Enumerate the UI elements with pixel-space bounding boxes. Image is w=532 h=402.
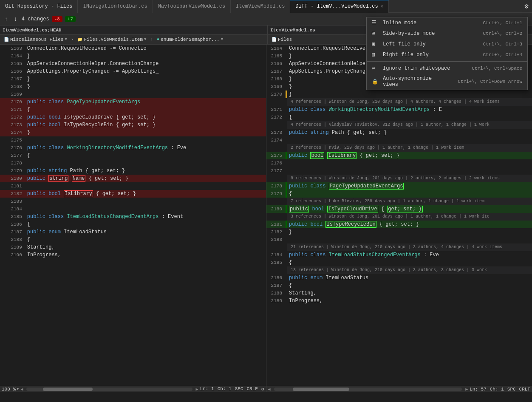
table-row: 2164 }	[0, 52, 266, 60]
right-file-shortcut: Ctrl+\, Ctrl+4	[483, 52, 522, 57]
table-row: 2181	[0, 182, 266, 190]
tab-navtoolbar[interactable]: NavToolbarViewModel.cs	[153, 0, 231, 13]
right-filename: ItemViewModel.cs	[270, 28, 315, 33]
left-hscrollbar-thumb[interactable]	[43, 388, 93, 391]
left-scroll-right-btn[interactable]: ▶	[196, 387, 198, 392]
tab-git-files-label: Git Repository - Files	[5, 3, 72, 9]
table-row: 2188 {	[0, 236, 266, 243]
breadcrumb-files[interactable]: 📄 Files	[269, 37, 294, 42]
right-file-label: Right file only	[383, 52, 475, 58]
right-scroll-right-btn[interactable]: ▶	[465, 387, 468, 392]
breadcrumb-misc-label: Miscellaneous Files	[10, 37, 63, 42]
table-row: 2184	[0, 205, 266, 213]
breadcrumb-files-label: Files	[278, 37, 292, 42]
main-content: 2163 Connection.RequestReceived -= Conne…	[0, 45, 532, 392]
table-row: 2176	[266, 159, 532, 167]
breadcrumb-viewmodels[interactable]: 📁 Files.ViewModels.Item ▼	[75, 37, 148, 42]
right-hscrollbar[interactable]	[274, 388, 462, 391]
enum-icon: ●	[157, 37, 159, 42]
left-code-scroll[interactable]: 2163 Connection.RequestReceived -= Conne…	[0, 45, 266, 386]
table-row: 2174	[266, 136, 532, 144]
scroll-up-button[interactable]: ↑	[3, 15, 9, 23]
table-row: 2174 }	[0, 129, 266, 136]
menu-side-by-side[interactable]: ⊞ Side-by-side mode Ctrl+\, Ctrl+2	[367, 28, 527, 39]
table-row: 2186 public enum ItemLoadStatus	[266, 274, 532, 282]
table-row: 2184 public class ItemLoadStatusChangedE…	[266, 251, 532, 259]
table-row: 2181 public bool IsTypeRecycleBin { get;…	[266, 221, 532, 228]
files-icon: 📄	[272, 37, 277, 42]
table-row: 2180 public bool IsTypeCloudDrive { get;…	[266, 205, 532, 213]
left-ln: Ln: 1	[200, 386, 214, 392]
table-row: 2182 public bool IsLibrary { get; set; }	[0, 190, 266, 198]
ignore-whitespace-label: Ignore trim whitespace	[383, 65, 463, 71]
menu-auto-sync[interactable]: 🔒 Auto-synchronize views Ctrl+\, Ctrl+Do…	[367, 74, 527, 90]
left-filename: ItemViewModel.cs;HEAD	[3, 28, 62, 33]
table-row: 2190 InProgress,	[0, 251, 266, 259]
right-line-ending: CRLF	[519, 387, 530, 392]
menu-inline-mode[interactable]: ☰ Inline mode Ctrl+\, Ctrl+1	[367, 17, 527, 28]
side-by-side-shortcut: Ctrl+\, Ctrl+2	[483, 31, 522, 36]
left-hscrollbar[interactable]	[26, 388, 192, 391]
deleted-badge: -8	[52, 16, 62, 22]
inline-mode-icon: ☰	[372, 20, 379, 26]
breadcrumb-enum[interactable]: ● enumFolderSemaphor... ▼	[155, 37, 225, 42]
menu-right-file[interactable]: ▤ Right file only Ctrl+\, Ctrl+4	[367, 49, 527, 60]
breadcrumb-enum-dropdown[interactable]: ▼	[221, 37, 223, 42]
left-settings-icon[interactable]: ⚙	[261, 386, 264, 392]
table-row: 2177	[266, 167, 532, 175]
table-row: 2189 InProgress,	[266, 297, 532, 305]
menu-ignore-whitespace[interactable]: ⇌ Ignore trim whitespace Ctrl+\, Ctrl+Sp…	[367, 63, 527, 74]
tab-git-files[interactable]: Git Repository - Files	[0, 0, 78, 13]
left-file-info: ItemViewModel.cs;HEAD	[0, 25, 267, 35]
breadcrumb-dropdown-icon[interactable]: ▼	[65, 37, 67, 42]
right-hscrollbar-thumb[interactable]	[293, 388, 349, 391]
table-row: 2177 {	[0, 152, 266, 159]
table-row: 2175 public bool IsLibrary { get; set; }	[266, 152, 532, 159]
scroll-down-button[interactable]: ↓	[12, 15, 19, 23]
left-scroll-left-btn[interactable]: ◀	[20, 387, 23, 392]
left-bottom-bar: 100 % ▼ ◀ ▶ Ln: 1 Ch: 1 SPC CRLF ⚙	[0, 386, 266, 392]
table-row: 2163 Connection.RequestReceived -= Conne…	[0, 45, 266, 52]
table-row: 2168 }	[0, 83, 266, 91]
table-row: 2185 {	[266, 259, 532, 266]
inline-mode-label: Inline mode	[383, 20, 475, 26]
table-row: 2179 public string Path { get; set; }	[0, 167, 266, 175]
tab-inavigation-label: INavigationToolbar.cs	[83, 3, 147, 9]
breadcrumb-vm-dropdown[interactable]: ▼	[144, 37, 146, 42]
right-scroll-left-btn[interactable]: ◀	[268, 387, 271, 392]
right-encoding: SPC	[507, 387, 516, 392]
settings-icon[interactable]: ⚙	[521, 0, 532, 13]
table-row: 2175	[0, 136, 266, 144]
breadcrumb-enum-label: enumFolderSemaphor...	[161, 37, 220, 42]
breadcrumb-misc-files[interactable]: 📄 Miscellaneous Files ▼	[2, 37, 69, 42]
table-row: 2183	[0, 198, 266, 205]
left-ln-ch: Ln: 1 Ch: 1 SPC CRLF ⚙	[200, 386, 264, 392]
left-hscroll[interactable]: ◀ ▶	[20, 387, 198, 392]
table-row: 2178	[0, 159, 266, 167]
table-row: 2172 public bool IsTypeCloudDrive { get;…	[0, 113, 266, 121]
left-breadcrumb: 📄 Miscellaneous Files ▼ › 📁 Files.ViewMo…	[0, 35, 267, 44]
inline-mode-shortcut: Ctrl+\, Ctrl+1	[483, 20, 522, 25]
right-code-scroll[interactable]: 2164 Connection.RequestReceived -= Conne…	[266, 45, 532, 386]
table-row: 2166 AppSettings.PropertyChanged -= AppS…	[0, 68, 266, 75]
changes-label: 4 changes	[22, 16, 49, 22]
tab-itemview[interactable]: ItemViewModel.cs	[231, 0, 290, 13]
breadcrumb-viewmodels-label: Files.ViewModels.Item	[84, 37, 143, 42]
right-hscroll[interactable]: ◀ ▶	[268, 387, 468, 392]
tab-bar: Git Repository - Files INavigationToolba…	[0, 0, 532, 13]
table-row: 2183	[266, 236, 532, 243]
menu-left-file[interactable]: ▣ Left file only Ctrl+\, Ctrl+3	[367, 39, 527, 49]
table-row: 2170 }	[266, 91, 532, 98]
tab-close-icon[interactable]: ✕	[381, 4, 383, 9]
left-file-shortcut: Ctrl+\, Ctrl+3	[483, 42, 522, 47]
zoom-dropdown[interactable]: ▼	[17, 387, 19, 391]
breadcrumb-sep1: ›	[71, 37, 74, 42]
ignore-whitespace-shortcut: Ctrl+\, Ctrl+Space	[472, 66, 522, 71]
left-file-label: Left file only	[383, 41, 475, 47]
left-encoding: SPC	[235, 386, 243, 392]
table-row: 7 references | Luke Blevins, 258 days ag…	[266, 198, 532, 205]
right-ln-ch: Ln: 57 Ch: 1 SPC CRLF	[470, 387, 530, 392]
tab-inavigation[interactable]: INavigationToolbar.cs	[78, 0, 153, 13]
table-row: 2186 {	[0, 221, 266, 228]
tab-diff-itemv[interactable]: Diff - ItemV...ViewModel.cs ✕	[290, 0, 388, 13]
